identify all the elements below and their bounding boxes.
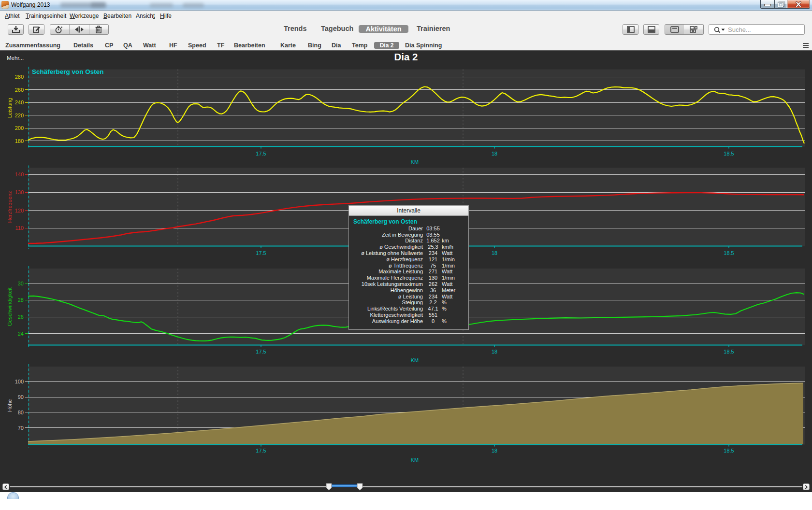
svg-text:18: 18: [492, 151, 497, 156]
svg-text:26: 26: [18, 314, 24, 320]
svg-text:Herzfrequenz: Herzfrequenz: [7, 191, 13, 223]
svg-text:18: 18: [492, 250, 497, 256]
svg-text:90: 90: [18, 394, 24, 400]
svg-text:240: 240: [15, 99, 24, 105]
svg-text:Höhe: Höhe: [7, 399, 13, 412]
svg-text:130: 130: [15, 189, 24, 195]
svg-text:18: 18: [492, 448, 497, 453]
svg-text:18.5: 18.5: [724, 349, 734, 354]
svg-text:70: 70: [18, 425, 24, 431]
svg-text:Geschwindigkeit: Geschwindigkeit: [7, 287, 13, 326]
svg-text:18.5: 18.5: [724, 250, 734, 256]
svg-text:80: 80: [18, 410, 24, 415]
svg-text:110: 110: [15, 225, 24, 231]
svg-text:KM: KM: [411, 457, 419, 463]
svg-text:17.5: 17.5: [256, 349, 266, 354]
svg-text:260: 260: [15, 87, 24, 93]
svg-text:17.5: 17.5: [256, 250, 266, 256]
svg-text:280: 280: [15, 74, 24, 80]
svg-text:18: 18: [492, 349, 497, 354]
svg-text:24: 24: [18, 331, 24, 337]
svg-text:220: 220: [15, 113, 24, 118]
svg-text:17.5: 17.5: [256, 448, 266, 453]
svg-text:100: 100: [15, 379, 24, 384]
svg-text:120: 120: [15, 208, 24, 213]
svg-text:Leistung: Leistung: [7, 98, 13, 118]
svg-text:140: 140: [15, 171, 24, 177]
svg-text:200: 200: [15, 125, 24, 131]
svg-text:Schäferberg von Osten: Schäferberg von Osten: [32, 68, 104, 75]
svg-text:28: 28: [18, 297, 24, 303]
svg-text:30: 30: [18, 281, 24, 286]
svg-text:18.5: 18.5: [724, 151, 734, 156]
svg-text:18.5: 18.5: [724, 448, 734, 453]
svg-text:17.5: 17.5: [256, 151, 266, 156]
svg-text:KM: KM: [411, 357, 419, 363]
svg-text:180: 180: [15, 138, 24, 144]
svg-text:KM: KM: [411, 159, 419, 165]
